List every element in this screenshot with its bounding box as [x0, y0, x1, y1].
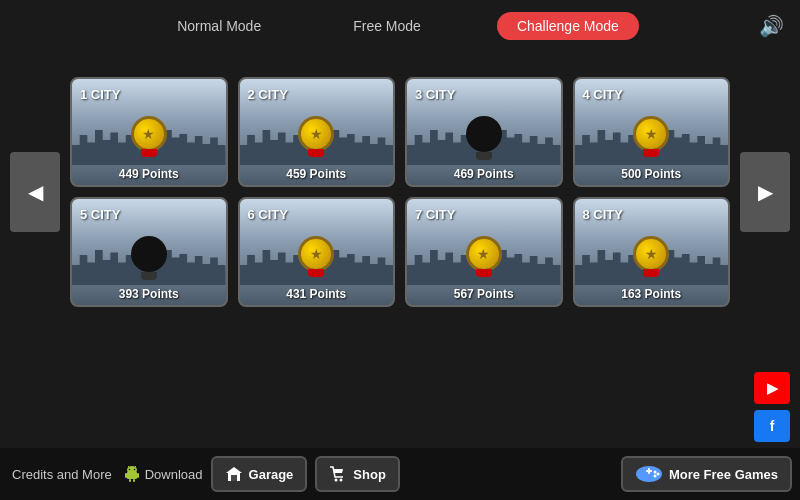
cart-icon [329, 466, 347, 482]
city-label-5: 5 CITY [80, 207, 120, 222]
download-button[interactable]: Download [124, 466, 203, 482]
gamepad-icon [635, 464, 663, 484]
city-card-1[interactable]: 1 CITY449 Points [70, 77, 228, 187]
city-card-6[interactable]: 6 CITY431 Points [238, 197, 396, 307]
city-points-2: 459 Points [286, 167, 346, 181]
shop-label: Shop [353, 467, 386, 482]
city-label-7: 7 CITY [415, 207, 455, 222]
more-games-button[interactable]: More Free Games [621, 456, 792, 492]
city-label-6: 6 CITY [248, 207, 288, 222]
svg-rect-3 [137, 473, 139, 478]
svg-point-14 [340, 479, 343, 482]
main-content: ◀ 1 CITY449 Points2 CITY459 Points3 CITY… [0, 52, 800, 332]
youtube-button[interactable]: ▶ [754, 372, 790, 404]
normal-mode-btn[interactable]: Normal Mode [161, 12, 277, 40]
svg-point-13 [335, 479, 338, 482]
svg-point-6 [128, 469, 130, 471]
city-medal-2 [298, 116, 334, 152]
social-icons: ▶ f [754, 372, 790, 442]
svg-line-8 [127, 466, 129, 467]
city-card-3[interactable]: 3 CITY469 Points [405, 77, 563, 187]
city-label-2: 2 CITY [248, 87, 288, 102]
city-points-8: 163 Points [621, 287, 681, 301]
svg-rect-2 [125, 473, 127, 478]
city-label-8: 8 CITY [583, 207, 623, 222]
facebook-icon: f [770, 418, 775, 434]
free-mode-btn[interactable]: Free Mode [337, 12, 437, 40]
city-card-5[interactable]: 5 CITY393 Points [70, 197, 228, 307]
city-points-1: 449 Points [119, 167, 179, 181]
garage-label: Garage [249, 467, 294, 482]
svg-point-18 [653, 471, 656, 474]
prev-arrow[interactable]: ◀ [10, 152, 60, 232]
garage-button[interactable]: Garage [211, 456, 308, 492]
city-medal-3 [466, 116, 502, 152]
city-medal-5 [131, 236, 167, 272]
city-card-2[interactable]: 2 CITY459 Points [238, 77, 396, 187]
svg-marker-10 [226, 467, 242, 473]
city-medal-4 [633, 116, 669, 152]
bottom-bar: Credits and More Download Garage [0, 448, 800, 500]
city-medal-7 [466, 236, 502, 272]
city-points-4: 500 Points [621, 167, 681, 181]
svg-line-9 [135, 466, 137, 467]
city-points-5: 393 Points [119, 287, 179, 301]
next-arrow[interactable]: ▶ [740, 152, 790, 232]
city-medal-6 [298, 236, 334, 272]
svg-rect-5 [133, 479, 135, 482]
city-label-1: 1 CITY [80, 87, 120, 102]
shop-button[interactable]: Shop [315, 456, 400, 492]
svg-rect-1 [127, 472, 137, 479]
city-grid: 1 CITY449 Points2 CITY459 Points3 CITY46… [60, 77, 740, 307]
svg-point-19 [656, 473, 659, 476]
garage-icon [225, 466, 243, 482]
credits-button[interactable]: Credits and More [8, 467, 116, 482]
more-games-label: More Free Games [669, 467, 778, 482]
city-medal-1 [131, 116, 167, 152]
city-card-8[interactable]: 8 CITY163 Points [573, 197, 731, 307]
top-bar: Normal Mode Free Mode Challenge Mode 🔊 [0, 0, 800, 52]
android-icon [124, 466, 140, 482]
city-points-3: 469 Points [454, 167, 514, 181]
svg-rect-12 [231, 475, 237, 481]
challenge-mode-btn[interactable]: Challenge Mode [497, 12, 639, 40]
youtube-icon: ▶ [767, 380, 778, 396]
sound-button[interactable]: 🔊 [759, 14, 784, 38]
svg-point-7 [133, 469, 135, 471]
svg-rect-4 [129, 479, 131, 482]
svg-point-20 [653, 475, 656, 478]
svg-rect-17 [648, 468, 650, 474]
city-points-6: 431 Points [286, 287, 346, 301]
city-medal-8 [633, 236, 669, 272]
city-label-3: 3 CITY [415, 87, 455, 102]
download-label: Download [145, 467, 203, 482]
city-card-7[interactable]: 7 CITY567 Points [405, 197, 563, 307]
city-card-4[interactable]: 4 CITY500 Points [573, 77, 731, 187]
city-label-4: 4 CITY [583, 87, 623, 102]
facebook-button[interactable]: f [754, 410, 790, 442]
city-points-7: 567 Points [454, 287, 514, 301]
